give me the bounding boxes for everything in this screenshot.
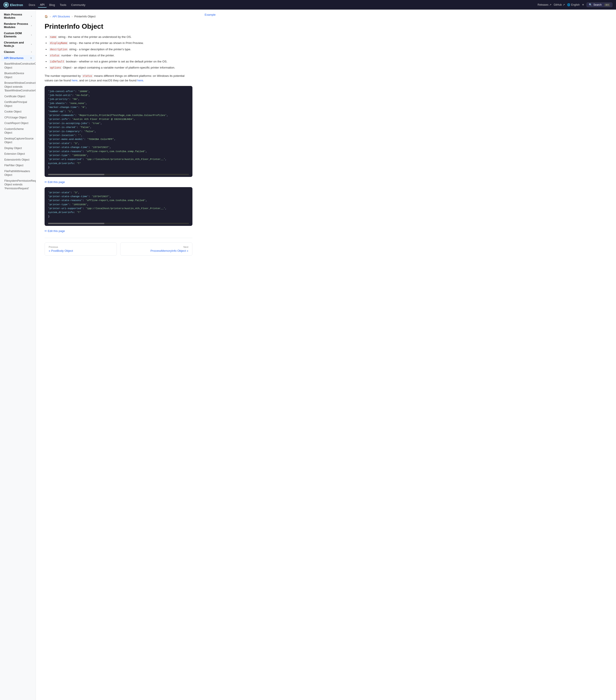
logo-text: Electron bbox=[10, 3, 23, 7]
main-content: 🏠 › API Structures › PrinterInfo Object … bbox=[36, 10, 201, 700]
home-icon[interactable]: 🏠 bbox=[44, 15, 48, 18]
sidebar-sub-cookie[interactable]: Cookie Object bbox=[1, 109, 35, 115]
nav-tools[interactable]: Tools bbox=[57, 2, 68, 8]
search-bar[interactable]: 🔍 Search ⌘K bbox=[587, 2, 613, 7]
sidebar-sub-filepathheaders[interactable]: FilePathWithHeaders Object bbox=[1, 168, 35, 178]
prev-page-button[interactable]: Previous « PostBody Object bbox=[44, 242, 117, 256]
sidebar-sub-extension[interactable]: Extension Object bbox=[1, 151, 35, 157]
chevron-right-icon: › bbox=[31, 51, 32, 53]
sidebar-sub-cpuusage[interactable]: CPUUsage Object bbox=[1, 115, 35, 121]
chevron-down-icon: ∨ bbox=[30, 57, 32, 59]
chevron-right-icon: › bbox=[31, 34, 32, 36]
search-kbd: ⌘K bbox=[604, 3, 610, 6]
code-content-2: 'printer-state': '3', 'printer-state-cha… bbox=[44, 187, 192, 222]
sidebar-item-main-process[interactable]: Main Process Modules › bbox=[1, 12, 35, 21]
chevron-right-icon: › bbox=[31, 43, 32, 46]
properties-list: name string - the name of the printer as… bbox=[44, 35, 192, 70]
nav-blog[interactable]: Blog bbox=[47, 2, 57, 8]
theme-toggle[interactable]: ☀ bbox=[582, 3, 584, 6]
sidebar-sub-display[interactable]: Display Object bbox=[1, 146, 35, 151]
code-block-2: 'printer-state': '3', 'printer-state-cha… bbox=[44, 187, 192, 226]
breadcrumb: 🏠 › API Structures › PrinterInfo Object bbox=[44, 15, 192, 18]
sidebar-sub-basewindow[interactable]: BaseWindowConstructorOptions Object bbox=[1, 61, 35, 71]
here-link-1[interactable]: here bbox=[72, 79, 78, 82]
code-content-1: 'job-cancel-after': '10800', 'job-hold-u… bbox=[44, 86, 192, 173]
github-link[interactable]: GitHub ↗ bbox=[554, 3, 565, 6]
prose-paragraph: The number represented by status means d… bbox=[44, 74, 192, 83]
breadcrumb-api[interactable]: API Structures bbox=[52, 15, 70, 18]
sidebar-sub-bluetooth[interactable]: BluetoothDevice Object bbox=[1, 71, 35, 80]
prev-title: « PostBody Object bbox=[49, 249, 113, 252]
code-scrollbar-2[interactable] bbox=[48, 223, 189, 224]
releases-link[interactable]: Releases ↗ bbox=[538, 3, 551, 6]
doc-navigation: Previous « PostBody Object Next ProcessM… bbox=[44, 238, 192, 256]
prop-name: name string - the name of the printer as… bbox=[49, 35, 192, 39]
page-title: PrinterInfo Object bbox=[44, 22, 192, 30]
code-block-1: 'job-cancel-after': '10800', 'job-hold-u… bbox=[44, 86, 192, 177]
page-layout: Main Process Modules › Renderer Process … bbox=[0, 10, 616, 700]
sidebar-sub-filesystempermission[interactable]: FilesystemPermissionRequest Object exten… bbox=[1, 178, 35, 191]
prop-options: options Object - an object containing a … bbox=[49, 65, 192, 70]
nav-docs[interactable]: Docs bbox=[27, 2, 37, 8]
sidebar-item-renderer-process[interactable]: Renderer Process Modules › bbox=[1, 21, 35, 30]
next-page-button[interactable]: Next ProcessMemoryInfo Object » bbox=[120, 242, 192, 256]
chevron-right-icon: › bbox=[31, 15, 32, 17]
search-icon: 🔍 bbox=[589, 3, 592, 6]
here-link-2[interactable]: here bbox=[137, 79, 143, 82]
logo[interactable]: Electron bbox=[3, 2, 23, 8]
top-navbar: Electron Docs API Blog Tools Community R… bbox=[0, 0, 616, 10]
nav-links: Docs API Blog Tools Community bbox=[27, 2, 88, 8]
sidebar-sub-desktopcapturer[interactable]: DesktopCapturerSource Object bbox=[1, 136, 35, 145]
prev-label: Previous bbox=[49, 246, 113, 248]
sidebar-sub-filefilter[interactable]: FileFilter Object bbox=[1, 163, 35, 168]
electron-logo-icon bbox=[3, 2, 9, 8]
right-sidebar: Example bbox=[201, 10, 240, 700]
prop-displayname: displayName string - the name of the pri… bbox=[49, 41, 192, 45]
sidebar-item-chromium-node[interactable]: Chromium and Node.js › bbox=[1, 40, 35, 49]
code-scrollbar-1[interactable] bbox=[48, 174, 189, 175]
next-label: Next bbox=[124, 246, 188, 248]
edit-page-link[interactable]: ✏ Edit this page bbox=[44, 180, 192, 184]
breadcrumb-current: PrinterInfo Object bbox=[74, 15, 95, 18]
sidebar-sub-crashreport[interactable]: CrashReport Object bbox=[1, 121, 35, 126]
sidebar-item-classes[interactable]: Classes › bbox=[1, 49, 35, 55]
sidebar-item-custom-dom[interactable]: Custom DOM Elements › bbox=[1, 30, 35, 39]
nav-community[interactable]: Community bbox=[69, 2, 88, 8]
language-selector[interactable]: 🌐 English bbox=[567, 3, 580, 6]
prop-isdefault: isDefault boolean - whether or not a giv… bbox=[49, 59, 192, 64]
edit-page-link-2[interactable]: ✏ Edit this page bbox=[44, 229, 192, 233]
nav-api[interactable]: API bbox=[38, 2, 47, 8]
next-title: ProcessMemoryInfo Object » bbox=[124, 249, 188, 252]
nav-right: Releases ↗ GitHub ↗ 🌐 English ☀ 🔍 Search… bbox=[538, 2, 613, 7]
sidebar-sub-extensioninfo[interactable]: ExtensionInfo Object bbox=[1, 157, 35, 163]
sidebar-sub-browserwindow[interactable]: BrowserWindowConstructorOptions Object e… bbox=[1, 80, 35, 93]
sidebar-item-api-structures[interactable]: API Structures ∨ bbox=[1, 55, 35, 61]
sidebar-sub-customscheme[interactable]: CustomScheme Object bbox=[1, 126, 35, 136]
prop-description: description string - a longer descriptio… bbox=[49, 47, 192, 52]
sidebar: Main Process Modules › Renderer Process … bbox=[0, 10, 36, 700]
prop-status: status number - the current status of th… bbox=[49, 53, 192, 58]
sidebar-sub-certificate[interactable]: Certificate Object bbox=[1, 94, 35, 99]
sidebar-sub-certificateprincipal[interactable]: CertificatePrincipal Object bbox=[1, 99, 35, 109]
example-link[interactable]: Example bbox=[205, 13, 237, 16]
chevron-right-icon: › bbox=[31, 24, 32, 27]
